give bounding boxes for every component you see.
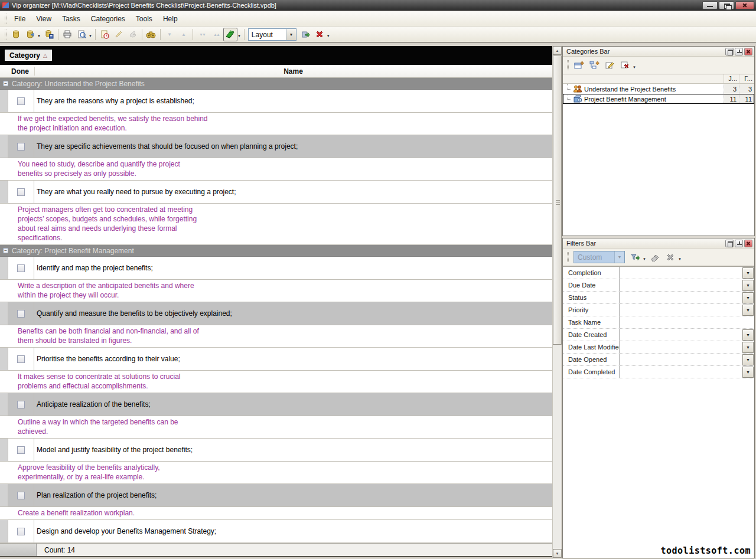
filter-dropdown-button[interactable]: ▼: [742, 329, 754, 341]
move-bottom-button[interactable]: ▼▼: [195, 28, 209, 41]
menu-grip[interactable]: [5, 14, 6, 24]
task-checkbox[interactable]: [17, 264, 25, 272]
panel-close-button[interactable]: [744, 240, 752, 247]
panel-pin-button[interactable]: [735, 48, 743, 55]
menu-file[interactable]: File: [9, 12, 31, 25]
column-header-2[interactable]: Г...: [739, 74, 754, 83]
filter-preset-select[interactable]: Custom ▼: [573, 251, 625, 263]
note-row[interactable]: Outline a way in which the targeted bene…: [0, 416, 552, 439]
save-database-button[interactable]: [42, 28, 56, 41]
add-subcategory-button[interactable]: [586, 58, 602, 73]
task-checkbox[interactable]: [17, 355, 25, 363]
move-up-button[interactable]: ▲: [177, 28, 191, 41]
menu-tools[interactable]: Tools: [131, 12, 158, 25]
filter-dropdown-button[interactable]: ▼: [742, 267, 754, 279]
filter-value-field[interactable]: [620, 304, 742, 316]
filter-dropdown-button[interactable]: ▼: [742, 292, 754, 303]
menu-categories[interactable]: Categories: [86, 12, 131, 25]
add-task-button[interactable]: [97, 28, 112, 41]
panel-close-button[interactable]: [744, 48, 752, 55]
task-checkbox[interactable]: [17, 97, 25, 105]
open-database-button[interactable]: [23, 28, 37, 41]
filters-toolbar-grip[interactable]: [567, 252, 569, 262]
layout-select-dropdown-icon[interactable]: ▼: [286, 29, 296, 40]
category-row[interactable]: − Category: Understand the Project Benef…: [0, 78, 552, 90]
column-header-done[interactable]: Done: [6, 65, 34, 77]
filter-dropdown-button[interactable]: ▼: [742, 367, 754, 378]
task-row[interactable]: Design and develop your Benefits Managem…: [0, 520, 552, 543]
vertical-scrollbar[interactable]: ▲ ▼: [552, 46, 561, 558]
find-button[interactable]: [144, 28, 158, 41]
toolbar-overflow-icon[interactable]: ▼: [327, 31, 331, 38]
task-row[interactable]: Quantify and measure the benefits to be …: [0, 302, 552, 325]
filter-value-field[interactable]: [620, 267, 742, 279]
filters-toolbar-overflow-icon[interactable]: ▼: [678, 254, 683, 261]
scroll-down-button[interactable]: ▼: [553, 549, 562, 558]
clear-filter-button[interactable]: [647, 250, 663, 264]
print-button[interactable]: [60, 28, 74, 41]
layout-select[interactable]: Layout ▼: [248, 28, 296, 41]
category-list-item-selected[interactable]: Project Benefit Management 11 11: [563, 94, 754, 104]
layout-view-toggle[interactable]: [223, 28, 237, 41]
layout-view-dropdown-icon[interactable]: ▼: [237, 31, 242, 38]
move-top-button[interactable]: ▲▲: [209, 28, 223, 41]
column-header-name[interactable]: Name: [34, 65, 552, 77]
move-down-button[interactable]: ▼: [162, 28, 177, 41]
menu-view[interactable]: View: [31, 12, 57, 25]
close-button[interactable]: [735, 1, 754, 9]
categories-toolbar-grip[interactable]: [567, 60, 569, 70]
task-row[interactable]: Anticipate realization of the benefits;: [0, 393, 552, 416]
task-checkbox[interactable]: [17, 528, 25, 535]
add-category-button[interactable]: [571, 58, 586, 73]
note-row[interactable]: Write a description of the anticipated b…: [0, 280, 552, 302]
filter-dropdown-button[interactable]: ▼: [742, 342, 754, 353]
new-database-button[interactable]: [9, 28, 23, 41]
task-checkbox[interactable]: [17, 310, 25, 318]
note-row[interactable]: Benefits can be both financial and non-f…: [0, 325, 552, 348]
collapse-icon[interactable]: −: [3, 81, 8, 86]
delete-button[interactable]: [312, 28, 327, 41]
note-row[interactable]: Project managers often get too concentra…: [0, 204, 552, 245]
scroll-up-button[interactable]: ▲: [553, 46, 562, 55]
panel-restore-button[interactable]: [725, 240, 734, 247]
collapse-icon[interactable]: −: [3, 248, 8, 253]
edit-category-button[interactable]: [602, 58, 617, 73]
task-row[interactable]: Prioritise the benefits according to the…: [0, 348, 552, 371]
menu-tasks[interactable]: Tasks: [57, 12, 86, 25]
print-preview-dropdown-icon[interactable]: ▼: [89, 31, 93, 38]
open-database-dropdown-icon[interactable]: ▼: [37, 31, 42, 38]
task-checkbox[interactable]: [17, 446, 25, 454]
task-row[interactable]: They are what you really need to pursue …: [0, 181, 552, 204]
filter-value-field[interactable]: [620, 354, 742, 365]
restore-button[interactable]: [719, 1, 734, 9]
filter-value-field[interactable]: [620, 366, 742, 378]
column-header-1[interactable]: J...: [724, 74, 739, 83]
filter-preset-dropdown-icon[interactable]: ▼: [614, 251, 624, 263]
task-checkbox[interactable]: [17, 188, 25, 196]
filter-value-field[interactable]: [620, 341, 742, 353]
task-row[interactable]: Identify and map the project benefits;: [0, 257, 552, 280]
panel-restore-button[interactable]: [725, 48, 734, 55]
task-checkbox[interactable]: [17, 401, 25, 408]
panel-pin-button[interactable]: [735, 240, 743, 247]
filter-value-field[interactable]: [620, 292, 742, 303]
note-row[interactable]: It makes sense to concentrate at solutio…: [0, 371, 552, 393]
task-row[interactable]: Plan realization of the project benefits…: [0, 484, 552, 507]
task-options-button[interactable]: [126, 28, 140, 41]
task-row[interactable]: They are the reasons why a project is es…: [0, 90, 552, 113]
print-preview-button[interactable]: [74, 28, 89, 41]
task-checkbox[interactable]: [17, 143, 25, 151]
save-filter-dropdown-icon[interactable]: ▼: [643, 254, 647, 261]
delete-filter-button[interactable]: [663, 250, 678, 264]
task-checkbox[interactable]: [17, 492, 25, 499]
note-row[interactable]: Create a benefit realization workplan.: [0, 507, 552, 520]
category-row[interactable]: − Category: Project Benefit Management: [0, 245, 552, 257]
note-row[interactable]: Approve feasibility of the benefits anal…: [0, 462, 552, 484]
note-row[interactable]: If we get the expected benefits, we sati…: [0, 113, 552, 135]
task-row[interactable]: They are specific achievements that shou…: [0, 135, 552, 158]
filter-value-field[interactable]: [620, 316, 742, 328]
filter-value-field[interactable]: [620, 279, 742, 291]
save-filter-button[interactable]: [627, 250, 643, 264]
task-row[interactable]: Model and justify feasibility of the pro…: [0, 439, 552, 462]
scrollbar-thumb[interactable]: [553, 55, 562, 345]
